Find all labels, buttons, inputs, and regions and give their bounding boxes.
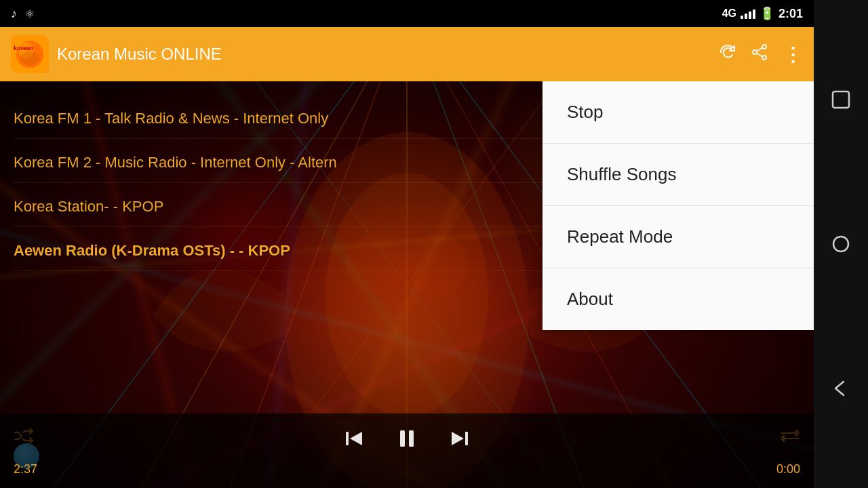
more-options-button[interactable]: ⋮ <box>783 43 803 66</box>
dropdown-menu: Stop Shuffle Songs Repeat Mode About <box>542 81 814 330</box>
svg-rect-27 <box>465 432 468 445</box>
svg-rect-28 <box>833 92 849 108</box>
network-label: 4G <box>722 7 736 20</box>
svg-rect-24 <box>346 432 349 445</box>
menu-item-about[interactable]: About <box>542 268 814 330</box>
prev-button[interactable] <box>342 426 366 455</box>
app-title: Korean Music ONLINE <box>57 45 710 64</box>
menu-item-stop[interactable]: Stop <box>542 81 814 144</box>
home-button[interactable] <box>826 229 856 259</box>
controls-row <box>0 425 814 457</box>
share-button[interactable] <box>751 43 770 66</box>
time-row: 2:37 0:00 <box>0 462 814 476</box>
toolbar: korean Korean Music ONLINE ⋮ <box>0 27 814 81</box>
svg-line-9 <box>757 54 762 57</box>
current-time: 2:37 <box>14 462 37 476</box>
pause-button[interactable] <box>393 425 420 457</box>
battery-icon: 🔋 <box>760 6 774 21</box>
svg-rect-26 <box>409 430 414 447</box>
menu-item-shuffle[interactable]: Shuffle Songs <box>542 144 814 206</box>
signal-bars-icon <box>741 8 755 19</box>
svg-rect-25 <box>400 430 405 447</box>
svg-point-29 <box>833 237 848 251</box>
total-time: 0:00 <box>776 462 800 476</box>
svg-point-7 <box>762 56 766 60</box>
main-content: Korea FM 1 - Talk Radio & News - Interne… <box>0 81 814 488</box>
svg-line-8 <box>757 48 762 52</box>
square-button[interactable] <box>826 85 856 115</box>
svg-point-4 <box>20 52 39 65</box>
player-controls: 2:37 0:00 <box>0 413 814 488</box>
back-button[interactable] <box>826 373 856 403</box>
toolbar-actions: ⋮ <box>718 43 803 66</box>
refresh-button[interactable] <box>718 43 737 66</box>
svg-point-6 <box>753 50 757 54</box>
menu-item-repeat[interactable]: Repeat Mode <box>542 206 814 268</box>
music-note-icon: ♪ <box>11 7 17 21</box>
status-left-icons: ♪ ⚛ <box>11 7 35 21</box>
time-display: 2:01 <box>778 7 803 21</box>
android-nav <box>814 0 868 488</box>
status-right-icons: 4G 🔋 2:01 <box>722 6 803 21</box>
app-logo: korean <box>11 35 49 73</box>
status-bar: ♪ ⚛ 4G 🔋 2:01 <box>0 0 814 27</box>
android-icon: ⚛ <box>25 7 35 20</box>
svg-text:korean: korean <box>14 45 34 52</box>
svg-point-5 <box>762 45 766 49</box>
next-button[interactable] <box>448 426 472 455</box>
